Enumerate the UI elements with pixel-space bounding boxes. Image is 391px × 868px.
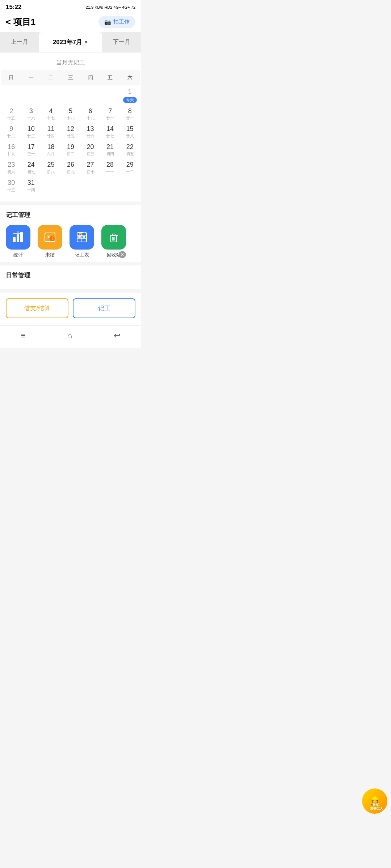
recycle-icon-bg — [101, 225, 126, 250]
calendar-day-26[interactable]: 26初九 — [61, 158, 81, 176]
calendar-weekdays: 日 一 二 三 四 五 六 — [1, 70, 140, 85]
record-button[interactable]: 记工 — [73, 298, 135, 318]
signal-icons: HD2 4G+ 4G+ 72 — [104, 5, 135, 9]
status-time: 15:22 — [6, 4, 21, 11]
calendar-grid: 1今天2十五3十六4十七5十八6十九7廿十8廿一9廿二10廿三11廿四12廿五1… — [0, 85, 141, 194]
calendar-day-27[interactable]: 27初十 — [80, 158, 100, 176]
bottom-nav: ≡ ⌂ ↩ — [0, 326, 141, 348]
calendar-day-21[interactable]: 21初四 — [100, 140, 120, 158]
mgmt-title: 记工管理 — [6, 211, 135, 219]
camera-icon: 📷 — [104, 19, 111, 25]
close-icon[interactable]: ✕ — [119, 251, 126, 258]
daily-section: 日常管理 — [0, 265, 141, 289]
svg-rect-1 — [17, 234, 19, 242]
weekday-sat: 六 — [120, 73, 140, 82]
calendar-day-31[interactable]: 31十四 — [21, 176, 41, 194]
calendar-day-4[interactable]: 4十七 — [41, 105, 61, 123]
calendar-day-29[interactable]: 29十二 — [120, 158, 140, 176]
dropdown-arrow-icon: ▼ — [84, 39, 88, 45]
calendar-day-30[interactable]: 30十三 — [1, 176, 21, 194]
svg-rect-14 — [78, 236, 81, 238]
calendar-day-empty-1 — [21, 85, 41, 105]
calendar-day-19[interactable]: 19初二 — [61, 140, 81, 158]
back-button[interactable]: < 项目1 — [6, 16, 35, 28]
calendar-day-2[interactable]: 2十五 — [1, 105, 21, 123]
calendar-day-10[interactable]: 10廿三 — [21, 122, 41, 140]
pending-icon-bg: ¥ — [38, 225, 62, 250]
calendar-day-25[interactable]: 25初八 — [41, 158, 61, 176]
calendar-day-24[interactable]: 24初七 — [21, 158, 41, 176]
mgmt-icons: ¥ 统计 ¥ 未结 — [6, 225, 135, 258]
calendar-day-3[interactable]: 3十六 — [21, 105, 41, 123]
calendar-day-empty-38 — [61, 176, 81, 194]
calendar-day-7[interactable]: 7廿十 — [100, 105, 120, 123]
camera-label: 拍工作 — [113, 18, 130, 25]
table-icon-bg: 😊 👤 — [70, 225, 94, 250]
svg-text:¥: ¥ — [47, 234, 50, 239]
mgmt-item-recycle[interactable]: 回收站 ✕ — [101, 225, 126, 258]
calendar-day-11[interactable]: 11廿四 — [41, 122, 61, 140]
camera-button[interactable]: 📷 拍工作 — [98, 16, 135, 28]
prev-month-button[interactable]: 上一月 — [0, 32, 39, 52]
calendar-day-17[interactable]: 17三十 — [21, 140, 41, 158]
daily-title: 日常管理 — [6, 271, 135, 280]
calendar-day-16[interactable]: 16廿九 — [1, 140, 21, 158]
pending-icon: ¥ — [43, 231, 56, 244]
weekday-fri: 五 — [100, 73, 120, 82]
month-nav: 上一月 2023年7月 ▼ 下一月 — [0, 32, 141, 52]
status-icons: 21.9 KB/s HD2 4G+ 4G+ 72 — [86, 5, 135, 9]
svg-text:😊: 😊 — [79, 232, 82, 235]
mgmt-section: 记工管理 ¥ 统计 ¥ — [0, 205, 141, 262]
calendar-day-15[interactable]: 15廿八 — [120, 122, 140, 140]
svg-text:👤: 👤 — [83, 232, 86, 235]
calendar-day-6[interactable]: 6十九 — [80, 105, 100, 123]
calendar-day-empty-37 — [41, 176, 61, 194]
svg-rect-0 — [13, 237, 16, 242]
svg-rect-15 — [83, 236, 85, 238]
status-bar: 15:22 21.9 KB/s HD2 4G+ 4G+ 72 — [0, 0, 141, 13]
weekday-thu: 四 — [80, 73, 100, 82]
table-icon: 😊 👤 — [75, 231, 88, 244]
calendar-day-12[interactable]: 12廿五 — [61, 122, 81, 140]
calendar-day-28[interactable]: 28十一 — [100, 158, 120, 176]
calendar-day-13[interactable]: 13廿六 — [80, 122, 100, 140]
calendar-day-empty-5 — [100, 85, 120, 105]
stats-icon-bg: ¥ — [6, 225, 30, 250]
mgmt-item-pending[interactable]: ¥ 未结 — [38, 225, 62, 258]
calendar-day-14[interactable]: 14廿七 — [100, 122, 120, 140]
stats-label: 统计 — [13, 252, 23, 258]
mgmt-item-stats[interactable]: ¥ 统计 — [6, 225, 30, 258]
menu-icon[interactable]: ≡ — [21, 331, 26, 340]
calendar-container: 当月无记工 日 一 二 三 四 五 六 1今天2十五3十六4十七5十八6十九7廿… — [0, 52, 141, 201]
calendar-day-18[interactable]: 18六月 — [41, 140, 61, 158]
back-label: < 项目1 — [6, 16, 35, 28]
borrow-button[interactable]: 借支/结算 — [6, 298, 68, 318]
weekday-mon: 一 — [21, 73, 41, 82]
stats-icon: ¥ — [12, 231, 25, 244]
calendar-day-empty-39 — [80, 176, 100, 194]
table-label: 记工表 — [75, 252, 89, 258]
next-month-button[interactable]: 下一月 — [102, 32, 141, 52]
weekday-wed: 三 — [61, 73, 81, 82]
back-nav-icon[interactable]: ↩ — [114, 331, 120, 340]
calendar-day-20[interactable]: 20初三 — [80, 140, 100, 158]
calendar-day-23[interactable]: 23初六 — [1, 158, 21, 176]
calendar-day-empty-0 — [1, 85, 21, 105]
svg-text:¥: ¥ — [17, 231, 19, 234]
home-icon[interactable]: ⌂ — [67, 331, 72, 340]
calendar-day-empty-4 — [80, 85, 100, 105]
calendar-day-5[interactable]: 5十八 — [61, 105, 81, 123]
calendar-day-empty-2 — [41, 85, 61, 105]
calendar-day-8[interactable]: 8廿一 — [120, 105, 140, 123]
calendar-day-22[interactable]: 22初五 — [120, 140, 140, 158]
calendar-day-empty-41 — [120, 176, 140, 194]
weekday-sun: 日 — [1, 73, 21, 82]
pending-label: 未结 — [45, 252, 55, 258]
no-record-text: 当月无记工 — [0, 52, 141, 70]
calendar-day-1[interactable]: 1今天 — [120, 85, 140, 105]
calendar-day-9[interactable]: 9廿二 — [1, 122, 21, 140]
mgmt-item-table[interactable]: 😊 👤 记工表 — [70, 225, 94, 258]
weekday-tue: 二 — [41, 73, 61, 82]
header: < 项目1 📷 拍工作 — [0, 13, 141, 32]
current-month-button[interactable]: 2023年7月 ▼ — [39, 32, 102, 52]
